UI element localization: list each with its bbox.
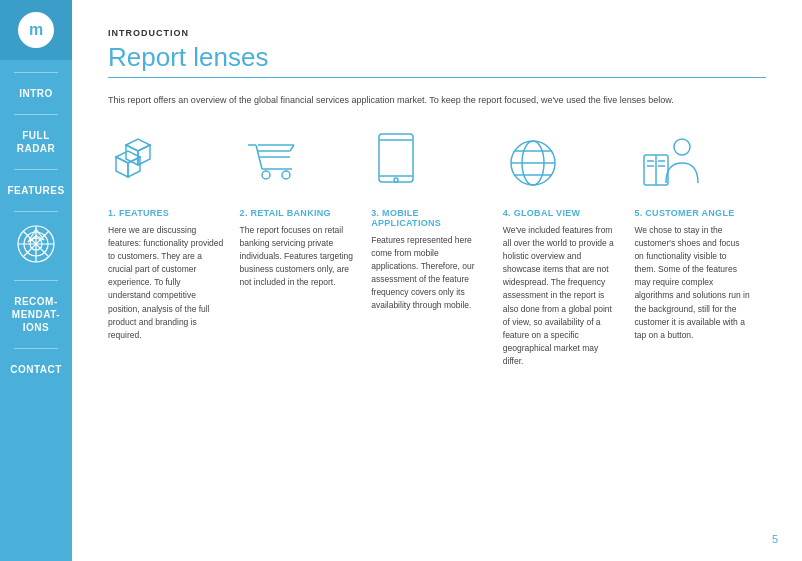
sidebar-divider-2 bbox=[14, 114, 57, 115]
lens-2-title: 2. RETAIL BANKING bbox=[240, 208, 356, 218]
lens-4-title: 4. GLOBAL VIEW bbox=[503, 208, 619, 218]
page-number: 5 bbox=[772, 533, 778, 545]
sidebar-divider bbox=[14, 72, 57, 73]
lens-customer: 5. CUSTOMER ANGLE We chose to stay in th… bbox=[634, 128, 766, 542]
lens-5-title: 5. CUSTOMER ANGLE bbox=[634, 208, 750, 218]
svg-point-32 bbox=[674, 139, 690, 155]
sidebar-divider-6 bbox=[14, 348, 57, 349]
mobile-icon bbox=[371, 128, 487, 198]
lens-features: 1. FEATURES Here we are discussing featu… bbox=[108, 128, 240, 542]
global-icon bbox=[503, 128, 619, 198]
radar-graphic bbox=[14, 216, 58, 276]
lens-retail-banking: 2. RETAIL BANKING The report focuses on … bbox=[240, 128, 372, 542]
svg-point-26 bbox=[394, 178, 398, 182]
features-icon bbox=[108, 128, 224, 198]
logo-icon: m bbox=[18, 12, 54, 48]
lens-3-desc: Features represented here come from mobi… bbox=[371, 234, 487, 313]
sidebar-divider-5 bbox=[14, 280, 57, 281]
lens-mobile: 3. MOBILE APPLICATIONS Features represen… bbox=[371, 128, 503, 542]
sidebar-divider-4 bbox=[14, 211, 57, 212]
customer-icon bbox=[634, 128, 750, 198]
sidebar-item-full-radar[interactable]: FULL RADAR bbox=[0, 119, 72, 165]
lens-1-desc: Here we are discussing features: functio… bbox=[108, 224, 224, 343]
lens-4-desc: We've included features from all over th… bbox=[503, 224, 619, 369]
sidebar-divider-3 bbox=[14, 169, 57, 170]
section-label: INTRODUCTION bbox=[108, 28, 766, 38]
sidebar-item-intro[interactable]: INTRO bbox=[0, 77, 72, 110]
lens-global: 4. GLOBAL VIEW We've included features f… bbox=[503, 128, 635, 542]
svg-marker-8 bbox=[126, 139, 150, 151]
sidebar-item-recommendations[interactable]: RECOM-MENDAT-IONS bbox=[0, 285, 72, 344]
svg-point-22 bbox=[282, 171, 290, 179]
sidebar: m INTRO FULL RADAR FEATURES RECOM-MENDAT… bbox=[0, 0, 72, 561]
sidebar-item-features[interactable]: FEATURES bbox=[0, 174, 72, 207]
svg-rect-23 bbox=[379, 134, 413, 182]
intro-text: This report offers an overview of the gl… bbox=[108, 94, 748, 108]
lenses-grid: 1. FEATURES Here we are discussing featu… bbox=[108, 128, 766, 542]
svg-point-21 bbox=[262, 171, 270, 179]
page-title: Report lenses bbox=[108, 42, 766, 73]
main-content: INTRODUCTION Report lenses This report o… bbox=[72, 0, 802, 561]
lens-1-title: 1. FEATURES bbox=[108, 208, 224, 218]
lens-2-desc: The report focuses on retail banking ser… bbox=[240, 224, 356, 290]
lens-3-title: 3. MOBILE APPLICATIONS bbox=[371, 208, 487, 228]
svg-marker-11 bbox=[116, 151, 140, 163]
lens-5-desc: We chose to stay in the customer's shoes… bbox=[634, 224, 750, 343]
svg-marker-12 bbox=[116, 157, 128, 177]
sidebar-logo: m bbox=[0, 0, 72, 60]
svg-line-19 bbox=[290, 145, 294, 151]
title-divider bbox=[108, 77, 766, 78]
retail-banking-icon bbox=[240, 128, 356, 198]
sidebar-item-contact[interactable]: CONTACT bbox=[0, 353, 72, 386]
